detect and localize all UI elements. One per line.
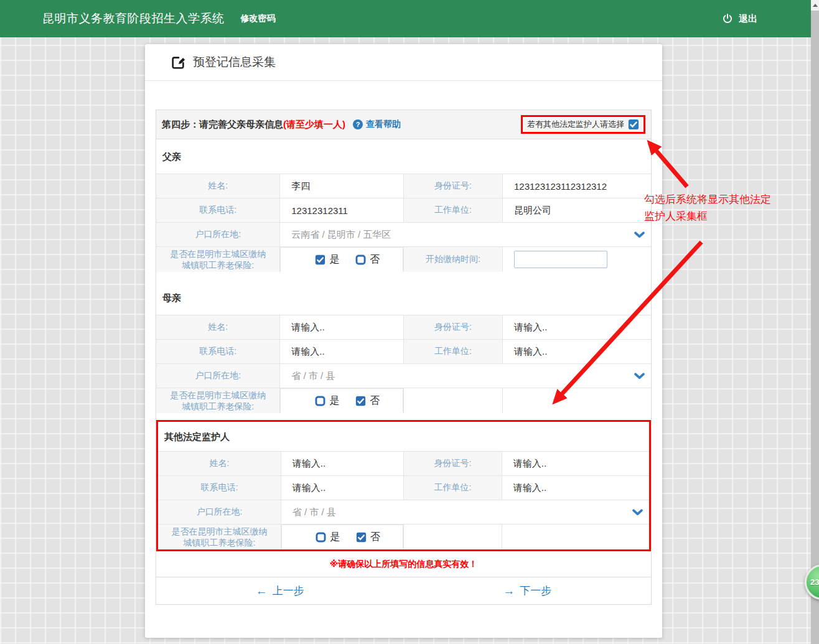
chevron-down-icon[interactable] [632, 509, 643, 516]
mother-insurance-yes-checkbox[interactable]: 是 [315, 394, 339, 408]
pay-start-label: 开始缴纳时间: [404, 247, 503, 273]
help-label: 查看帮助 [366, 119, 401, 130]
mother-residence-select[interactable]: 省 / 市 / 县 [280, 364, 651, 388]
table-row: 户口所在地: 省 / 市 / 县 [158, 500, 649, 525]
change-password-link[interactable]: 修改密码 [241, 13, 276, 24]
father-residence-value: 云南省 / 昆明市 / 五华区 [291, 229, 391, 241]
mother-phone-input[interactable]: 请输入.. [280, 340, 404, 364]
prev-step-button[interactable]: ← 上一步 [256, 584, 304, 598]
employer-label: 工作单位: [404, 198, 503, 223]
empty-cell [404, 525, 502, 550]
empty-cell [503, 388, 652, 414]
guardian-insurance-no-checkbox[interactable]: 否 [356, 531, 380, 544]
table-row: 是否在昆明市主城区缴纳 城镇职工养老保险: 是 [158, 525, 649, 550]
pay-start-input[interactable] [514, 251, 607, 268]
table-row: 户口所在地: 省 / 市 / 县 [156, 364, 651, 388]
table-row: 姓名: 李四 身份证号: 123123123112312312 [156, 174, 651, 198]
question-circle-icon: ? [353, 119, 363, 129]
name-label: 姓名: [158, 452, 281, 476]
guardian-name-input[interactable]: 请输入.. [281, 452, 403, 476]
table-row: 联系电话: 12312312311 工作单位: 昆明公司 [156, 198, 651, 223]
guardian-id-input[interactable]: 请输入.. [502, 452, 649, 476]
father-insurance-yes-checkbox[interactable]: 是 [315, 253, 339, 266]
mother-insurance-no-checkbox[interactable]: 否 [355, 394, 380, 408]
mother-id-input[interactable]: 请输入.. [503, 315, 652, 340]
pay-start-cell [503, 247, 652, 273]
other-guardian-toggle[interactable]: 若有其他法定监护人请选择 [521, 115, 645, 134]
view-help-link[interactable]: ? 查看帮助 [353, 119, 401, 130]
card-header: 预登记信息采集 [145, 44, 662, 81]
other-guardian-table: 姓名: 请输入.. 身份证号: 请输入.. 联系电话: 请输入.. 工作单位: … [158, 451, 649, 549]
mother-name-input[interactable]: 请输入.. [280, 315, 404, 340]
id-number-label: 身份证号: [404, 452, 502, 476]
table-row: 联系电话: 请输入.. 工作单位: 请输入.. [156, 340, 651, 364]
father-residence-select[interactable]: 云南省 / 昆明市 / 五华区 [280, 223, 651, 247]
next-step-button[interactable]: → 下一步 [503, 584, 551, 598]
phone-label: 联系电话: [156, 198, 280, 223]
residence-label: 户口所在地: [156, 223, 280, 247]
table-row: 姓名: 请输入.. 身份证号: 请输入.. [156, 315, 651, 340]
father-insurance-no-checkbox[interactable]: 否 [355, 253, 380, 266]
name-label: 姓名: [156, 174, 280, 198]
mother-section-title: 母亲 [156, 281, 651, 315]
pre-registration-card: 预登记信息采集 第四步：请完善父亲母亲信息 (请至少填一人) ? 查看帮助 若有… [145, 44, 662, 638]
mother-table: 姓名: 请输入.. 身份证号: 请输入.. 联系电话: 请输入.. 工作单位: … [156, 315, 651, 413]
badge-count: 23 [810, 577, 819, 587]
insurance-question-label: 是否在昆明市主城区缴纳 城镇职工养老保险: [158, 525, 281, 550]
mother-residence-placeholder: 省 / 市 / 县 [291, 370, 335, 382]
id-number-label: 身份证号: [404, 174, 503, 198]
truthfulness-warning: ※请确保以上所填写的信息真实有效！ [156, 551, 651, 577]
father-id-input[interactable]: 123123123112312312 [503, 174, 652, 198]
father-section: 父亲 姓名: 李四 身份证号: 123123123112312312 联系电话:… [156, 139, 651, 272]
top-navbar: 昆明市义务教育阶段招生入学系统 修改密码 退出 [0, 0, 811, 37]
table-row: 户口所在地: 云南省 / 昆明市 / 五华区 [156, 223, 651, 247]
power-icon [722, 13, 733, 24]
father-name-input[interactable]: 李四 [280, 174, 404, 198]
checked-checkbox-icon [355, 396, 366, 406]
vertical-scrollbar[interactable] [811, 0, 819, 644]
unchecked-checkbox-icon [355, 254, 366, 265]
id-number-label: 身份证号: [404, 315, 503, 340]
father-employer-input[interactable]: 昆明公司 [503, 198, 652, 223]
scrollbar-thumb[interactable] [811, 11, 819, 644]
edit-icon [171, 55, 185, 70]
scroll-up-arrow[interactable] [811, 0, 819, 11]
guardian-insurance-options: 是 否 [281, 525, 403, 549]
checked-checkbox-icon[interactable] [628, 119, 639, 130]
father-insurance-options: 是 否 [280, 247, 403, 271]
residence-label: 户口所在地: [158, 500, 281, 525]
page-title: 预登记信息采集 [193, 54, 276, 70]
mother-section: 母亲 姓名: 请输入.. 身份证号: 请输入.. 联系电话: 请输入.. 工作 [156, 281, 651, 413]
other-guardian-toggle-label: 若有其他法定监护人请选择 [527, 119, 624, 130]
empty-cell [404, 388, 503, 414]
phone-label: 联系电话: [158, 476, 281, 500]
floating-badge-button[interactable]: 23 [805, 564, 819, 600]
employer-label: 工作单位: [404, 476, 502, 500]
logout-button[interactable]: 退出 [722, 13, 757, 25]
empty-cell [502, 525, 649, 550]
step-header: 第四步：请完善父亲母亲信息 (请至少填一人) ? 查看帮助 若有其他法定监护人请… [156, 110, 651, 139]
guardian-insurance-yes-checkbox[interactable]: 是 [316, 531, 340, 544]
table-row: 姓名: 请输入.. 身份证号: 请输入.. [158, 452, 649, 476]
employer-label: 工作单位: [404, 340, 503, 364]
chevron-down-icon[interactable] [634, 373, 645, 380]
mother-employer-input[interactable]: 请输入.. [503, 340, 652, 364]
logout-label: 退出 [739, 13, 757, 25]
residence-label: 户口所在地: [156, 364, 280, 388]
other-guardian-section: 其他法定监护人 姓名: 请输入.. 身份证号: 请输入.. 联系电话: [158, 422, 649, 549]
arrow-right-icon: → [503, 584, 515, 598]
app-title: 昆明市义务教育阶段招生入学系统 [42, 11, 225, 27]
guardian-residence-placeholder: 省 / 市 / 县 [292, 506, 336, 518]
wizard-footer: ← 上一步 → 下一步 [156, 577, 651, 604]
step-required-note: (请至少填一人) [283, 119, 345, 131]
unchecked-checkbox-icon [316, 532, 326, 543]
guardian-residence-select[interactable]: 省 / 市 / 县 [281, 500, 649, 525]
chevron-down-icon[interactable] [634, 231, 645, 238]
name-label: 姓名: [156, 315, 280, 340]
page: 昆明市义务教育阶段招生入学系统 修改密码 退出 预登记信息采集 第四步：请完善父… [0, 0, 819, 644]
card-body: 第四步：请完善父亲母亲信息 (请至少填一人) ? 查看帮助 若有其他法定监护人请… [145, 81, 662, 605]
guardian-phone-input[interactable]: 请输入.. [281, 476, 403, 500]
guardian-employer-input[interactable]: 请输入.. [502, 476, 649, 500]
father-phone-input[interactable]: 12312312311 [280, 198, 404, 223]
other-guardian-highlight-box: 其他法定监护人 姓名: 请输入.. 身份证号: 请输入.. 联系电话: [156, 420, 651, 551]
